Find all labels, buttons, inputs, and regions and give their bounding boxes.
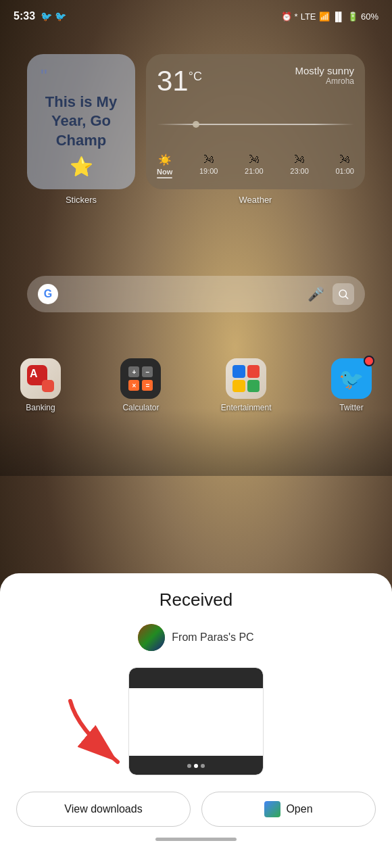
weather-times: ☀️ Now 🌬 19:00 🌬 21:00 🌬 23:00 🌬 — [157, 153, 354, 178]
app-calculator[interactable]: + − × = Calculator — [120, 358, 161, 412]
overlay — [0, 408, 392, 476]
weather-line — [157, 124, 354, 125]
dewdrop-icon: 🐦 — [41, 11, 52, 22]
banking-icon-inner: A — [26, 364, 55, 393]
google-logo: G — [38, 284, 58, 304]
banking-letter: A — [30, 368, 38, 380]
status-left: 5:33 🐦 🐦 — [14, 10, 66, 22]
folder-app-1 — [232, 365, 245, 378]
wind-icon-4: 🌬 — [339, 153, 350, 166]
open-button-label: Open — [286, 803, 312, 815]
weather-time-2100: 🌬 21:00 — [245, 153, 264, 178]
view-downloads-button[interactable]: View downloads — [16, 792, 191, 827]
sticker-text: This is My Year, Go Champ — [41, 93, 122, 151]
file-preview-dots — [187, 764, 205, 768]
stickers-card[interactable]: " This is My Year, Go Champ ⭐ — [27, 54, 135, 189]
battery-percent: 60% — [361, 11, 378, 22]
file-preview-top-bar — [129, 668, 263, 688]
folder-grid — [232, 365, 260, 392]
weather-time-now: ☀️ Now — [157, 153, 172, 178]
wifi-icon: 📶 — [319, 11, 330, 22]
wind-icon-3: 🌬 — [294, 153, 305, 166]
sun-time-icon: ☀️ — [158, 153, 172, 166]
twitter-status-icon: 🐦 — [55, 11, 66, 22]
calculator-icon[interactable]: + − × = — [120, 358, 161, 399]
weather-graph — [157, 97, 354, 151]
weather-top: 31°C Mostly sunny Amroha — [157, 65, 354, 97]
microphone-icon[interactable]: 🎤 — [308, 286, 324, 302]
bottom-sheet: Received From Paras's PC — [0, 573, 392, 868]
folder-app-3 — [232, 380, 245, 393]
home-indicator — [155, 838, 237, 841]
action-buttons: View downloads Open — [16, 792, 376, 827]
widgets-area: " This is My Year, Go Champ ⭐ Stickers 3… — [27, 54, 365, 205]
dot-1 — [187, 764, 191, 768]
bluetooth-icon: * — [295, 11, 298, 22]
status-icons-left: 🐦 🐦 — [41, 11, 66, 22]
stickers-label: Stickers — [66, 195, 97, 205]
twitter-notification-badge — [364, 356, 374, 366]
app-banking[interactable]: A Banking — [20, 358, 61, 412]
wind-icon-2: 🌬 — [249, 153, 260, 166]
twitter-label: Twitter — [339, 403, 363, 412]
entertainment-icon[interactable] — [226, 358, 266, 399]
now-underline — [157, 177, 172, 178]
file-preview-bottom-bar — [129, 756, 263, 775]
weather-line-container — [157, 124, 354, 125]
sender-name: From Paras's PC — [172, 631, 253, 644]
quote-icon: " — [41, 66, 47, 87]
banking-icon[interactable]: A — [20, 358, 61, 399]
app-entertainment[interactable]: Entertainment — [221, 358, 272, 412]
folder-app-2 — [247, 365, 260, 378]
calc-plus: + — [128, 366, 139, 377]
weather-info: Mostly sunny Amroha — [295, 65, 354, 86]
stickers-widget[interactable]: " This is My Year, Go Champ ⭐ Stickers — [27, 54, 135, 205]
weather-temperature: 31°C — [157, 65, 202, 97]
folder-app-4 — [247, 380, 260, 393]
status-right: ⏰ * LTE 📶 ▐▌ 🔋 60% — [281, 11, 378, 22]
banking-label: Banking — [26, 403, 55, 412]
weather-location: Amroha — [295, 76, 354, 86]
status-bar: 5:33 🐦 🐦 ⏰ * LTE 📶 ▐▌ 🔋 60% — [0, 0, 392, 32]
lte-icon: LTE — [301, 11, 316, 22]
weather-time-2300: 🌬 23:00 — [290, 153, 309, 178]
open-button[interactable]: Open — [201, 792, 376, 827]
twitter-bird-icon: 🐦 — [339, 367, 364, 391]
alarm-icon: ⏰ — [281, 11, 292, 22]
weather-condition: Mostly sunny — [295, 65, 354, 76]
file-preview-container — [16, 667, 376, 792]
status-time: 5:33 — [14, 10, 35, 22]
sender-row: From Paras's PC — [138, 624, 253, 651]
sheet-title: Received — [160, 589, 232, 610]
app-dock: A Banking + − × = Calculator Entertainme — [20, 358, 372, 412]
weather-time-0100: 🌬 01:00 — [335, 153, 354, 178]
dot-2 — [194, 764, 198, 768]
file-preview — [128, 667, 264, 775]
calculator-grid: + − × = — [128, 366, 153, 391]
sun-emoji: ⭐ — [70, 155, 93, 178]
weather-time-1900: 🌬 19:00 — [199, 153, 218, 178]
weather-widget[interactable]: 31°C Mostly sunny Amroha ☀️ Now — [146, 54, 365, 205]
sender-avatar — [138, 624, 165, 651]
open-app-icon — [264, 801, 280, 817]
dot-3 — [201, 764, 205, 768]
search-bar-container[interactable]: G 🎤 — [27, 276, 365, 312]
file-preview-body — [129, 688, 263, 756]
red-arrow — [50, 688, 138, 775]
twitter-icon[interactable]: 🐦 — [331, 358, 372, 399]
search-bar[interactable]: G 🎤 — [27, 276, 365, 312]
weather-label: Weather — [239, 195, 272, 205]
signal-icon: ▐▌ — [333, 11, 345, 22]
wind-icon-1: 🌬 — [203, 153, 214, 166]
calc-equals: = — [142, 380, 153, 391]
lens-icon[interactable] — [333, 283, 354, 305]
banking-sub-icon — [42, 380, 54, 392]
calculator-label: Calculator — [122, 403, 159, 412]
app-twitter[interactable]: 🐦 Twitter — [331, 358, 372, 412]
avatar-image — [138, 624, 165, 651]
calc-minus: − — [142, 366, 153, 377]
weather-card[interactable]: 31°C Mostly sunny Amroha ☀️ Now — [146, 54, 365, 189]
battery-icon: 🔋 — [347, 11, 358, 22]
calc-times: × — [128, 380, 139, 391]
entertainment-label: Entertainment — [221, 403, 272, 412]
